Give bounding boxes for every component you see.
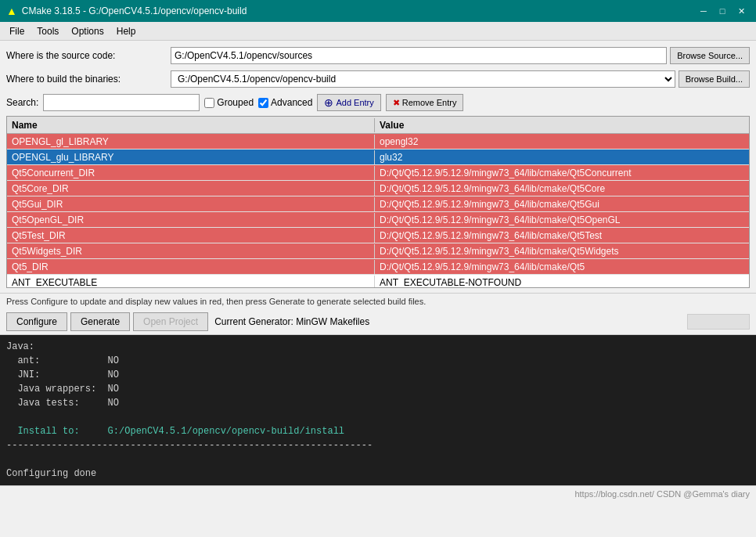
log-line: Java:: [6, 340, 750, 354]
grouped-label: Grouped: [217, 97, 254, 108]
table-row[interactable]: Qt5_DIRD:/Qt/Qt5.12.9/5.12.9/mingw73_64/…: [7, 259, 749, 275]
main-content: Where is the source code: Browse Source.…: [0, 41, 756, 293]
hint-text: Press Configure to update and display ne…: [6, 297, 426, 306]
row-name: ANT_EXECUTABLE: [7, 276, 375, 289]
window-title: CMake 3.18.5 - G:/OpenCV4.5.1/opencv/ope…: [22, 5, 247, 16]
build-select[interactable]: G:/OpenCV4.5.1/opencv/opencv-build: [171, 70, 675, 88]
grouped-checkbox-label[interactable]: Grouped: [204, 97, 254, 108]
browse-build-button[interactable]: Browse Build...: [679, 70, 750, 88]
log-line: [6, 452, 750, 467]
row-value: D:/Qt/Qt5.12.9/5.12.9/mingw73_64/lib/cma…: [375, 182, 749, 196]
row-name: Qt5Test_DIR: [7, 229, 375, 243]
log-line: JNI: NO: [6, 368, 750, 382]
menu-options[interactable]: Options: [65, 24, 110, 38]
row-name: OPENGL_glu_LIBRARY: [7, 150, 375, 164]
generator-text: Current Generator: MinGW Makefiles: [214, 316, 369, 327]
progress-bar: [687, 314, 750, 330]
row-name: Qt5_DIR: [7, 260, 375, 274]
menu-file[interactable]: File: [3, 24, 31, 38]
close-button[interactable]: ✕: [733, 3, 750, 19]
log-line: Java wrappers: NO: [6, 382, 750, 396]
table-header: Name Value: [7, 117, 749, 134]
row-name: Qt5Gui_DIR: [7, 197, 375, 211]
log-line: Java tests: NO: [6, 396, 750, 410]
table-row[interactable]: Qt5Concurrent_DIRD:/Qt/Qt5.12.9/5.12.9/m…: [7, 165, 749, 181]
search-row: Search: Grouped Advanced ⊕ Add Entry ✖ R…: [6, 92, 750, 113]
table-row[interactable]: Qt5Widgets_DIRD:/Qt/Qt5.12.9/5.12.9/ming…: [7, 243, 749, 259]
add-entry-button[interactable]: ⊕ Add Entry: [317, 94, 380, 111]
entries-table[interactable]: Name Value OPENGL_gl_LIBRARYopengl32OPEN…: [6, 116, 750, 288]
table-row[interactable]: Qt5Core_DIRD:/Qt/Qt5.12.9/5.12.9/mingw73…: [7, 181, 749, 196]
source-label: Where is the source code:: [6, 50, 171, 61]
table-row[interactable]: ANT_EXECUTABLEANT_EXECUTABLE-NOTFOUND: [7, 275, 749, 288]
configure-button[interactable]: Configure: [6, 312, 67, 331]
table-row[interactable]: OPENGL_glu_LIBRARYglu32: [7, 150, 749, 165]
log-line: Configuring done: [6, 467, 750, 481]
table-rows: OPENGL_gl_LIBRARYopengl32OPENGL_glu_LIBR…: [7, 134, 749, 288]
menu-help[interactable]: Help: [110, 24, 142, 38]
remove-entry-label: Remove Entry: [402, 98, 457, 107]
row-value: D:/Qt/Qt5.12.9/5.12.9/mingw73_64/lib/cma…: [375, 197, 749, 211]
row-value: D:/Qt/Qt5.12.9/5.12.9/mingw73_64/lib/cma…: [375, 229, 749, 243]
title-bar: ▲ CMake 3.18.5 - G:/OpenCV4.5.1/opencv/o…: [0, 0, 756, 22]
maximize-button[interactable]: □: [714, 3, 731, 19]
remove-icon: ✖: [393, 98, 400, 108]
table-row[interactable]: Qt5Gui_DIRD:/Qt/Qt5.12.9/5.12.9/mingw73_…: [7, 196, 749, 212]
add-icon: ⊕: [324, 96, 333, 109]
col-name-header: Name: [7, 118, 375, 132]
row-value: glu32: [375, 150, 749, 164]
build-label: Where to build the binaries:: [6, 74, 171, 85]
add-entry-label: Add Entry: [336, 98, 373, 107]
app-icon: ▲: [6, 5, 17, 17]
row-value: ANT_EXECUTABLE-NOTFOUND: [375, 276, 749, 289]
log-line: [6, 410, 750, 424]
row-name: Qt5Widgets_DIR: [7, 244, 375, 258]
source-input[interactable]: [171, 47, 667, 64]
title-bar-controls: ─ □ ✕: [695, 3, 750, 19]
advanced-label: Advanced: [271, 97, 312, 108]
search-input[interactable]: [43, 94, 200, 111]
action-row: Configure Generate Open Project Current …: [0, 309, 756, 335]
row-name: Qt5OpenGL_DIR: [7, 213, 375, 227]
generate-button[interactable]: Generate: [70, 312, 130, 331]
grouped-checkbox[interactable]: [204, 98, 214, 108]
hint-bar: Press Configure to update and display ne…: [0, 293, 756, 309]
log-line: Install to: G:/OpenCV4.5.1/opencv/opencv…: [6, 424, 750, 438]
search-label: Search:: [6, 97, 38, 108]
advanced-checkbox[interactable]: [258, 98, 268, 108]
advanced-checkbox-label[interactable]: Advanced: [258, 97, 312, 108]
title-bar-left: ▲ CMake 3.18.5 - G:/OpenCV4.5.1/opencv/o…: [6, 5, 247, 17]
menu-bar: File Tools Options Help: [0, 22, 756, 41]
row-value: D:/Qt/Qt5.12.9/5.12.9/mingw73_64/lib/cma…: [375, 244, 749, 258]
row-name: Qt5Concurrent_DIR: [7, 166, 375, 180]
table-row[interactable]: Qt5Test_DIRD:/Qt/Qt5.12.9/5.12.9/mingw73…: [7, 228, 749, 243]
build-row: Where to build the binaries: G:/OpenCV4.…: [6, 69, 750, 89]
row-value: D:/Qt/Qt5.12.9/5.12.9/mingw73_64/lib/cma…: [375, 166, 749, 180]
log-line: ant: NO: [6, 354, 750, 368]
row-value: D:/Qt/Qt5.12.9/5.12.9/mingw73_64/lib/cma…: [375, 213, 749, 227]
open-project-button[interactable]: Open Project: [133, 312, 208, 331]
row-name: OPENGL_gl_LIBRARY: [7, 135, 375, 149]
row-value: opengl32: [375, 135, 749, 149]
menu-tools[interactable]: Tools: [31, 24, 65, 38]
minimize-button[interactable]: ─: [695, 3, 712, 19]
table-row[interactable]: OPENGL_gl_LIBRARYopengl32: [7, 134, 749, 150]
browse-source-button[interactable]: Browse Source...: [670, 47, 750, 64]
bottom-bar: https://blog.csdn.net/ CSDN @Gemma's dia…: [0, 485, 756, 501]
source-row: Where is the source code: Browse Source.…: [6, 45, 750, 66]
remove-entry-button[interactable]: ✖ Remove Entry: [386, 94, 464, 111]
row-name: Qt5Core_DIR: [7, 182, 375, 196]
table-row[interactable]: Qt5OpenGL_DIRD:/Qt/Qt5.12.9/5.12.9/mingw…: [7, 212, 749, 228]
log-container[interactable]: Java: ant: NO JNI: NO Java wrappers: NO …: [0, 335, 756, 485]
row-value: D:/Qt/Qt5.12.9/5.12.9/mingw73_64/lib/cma…: [375, 260, 749, 274]
col-value-header: Value: [375, 118, 749, 132]
watermark-text: https://blog.csdn.net/ CSDN @Gemma's dia…: [574, 489, 750, 499]
log-line: ----------------------------------------…: [6, 438, 750, 452]
